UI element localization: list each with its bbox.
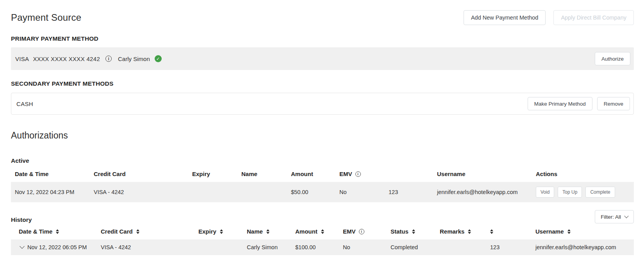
col-date-time: Date & Time (15, 171, 94, 177)
filter-dropdown[interactable]: Filter: All (595, 210, 634, 223)
authorizations-title: Authorizations (11, 130, 634, 141)
cell-username: jennifer.earls@hotelkeyapp.com (535, 244, 630, 250)
primary-payment-row: VISA XXXX XXXX XXXX 4242 i Carly Simon ✓… (11, 47, 634, 70)
col-remarks: Remarks (440, 228, 490, 235)
sort-icon[interactable] (56, 229, 59, 234)
col-expiry-label: Expiry (198, 228, 216, 235)
history-bar: History Filter: All (11, 210, 634, 223)
sort-icon[interactable] (567, 229, 571, 234)
col-username: Username (437, 171, 536, 177)
info-icon[interactable]: i (105, 56, 112, 62)
col-username: Username (535, 228, 630, 235)
cell-username: jennifer.earls@hotelkeyapp.com (437, 189, 536, 195)
active-authorization-row: Nov 12, 2022 04:23 PM VISA - 4242 $50.00… (11, 182, 634, 202)
col-name: Name (241, 171, 291, 177)
col-credit-card-label: Credit Card (101, 228, 133, 235)
col-name: Name (247, 228, 295, 235)
sort-icon[interactable] (136, 229, 139, 234)
sort-icon[interactable] (412, 229, 415, 234)
remove-button[interactable]: Remove (597, 97, 630, 110)
sort-icon[interactable] (468, 229, 471, 234)
apply-direct-bill-company-button: Apply Direct Bill Company (553, 10, 634, 25)
col-amount: Amount (295, 228, 343, 235)
make-primary-method-button[interactable]: Make Primary Method (528, 97, 592, 110)
active-label: Active (11, 157, 634, 164)
cell-credit-card: VISA - 4242 (94, 189, 192, 195)
cell-date-time: Nov 12, 2022 06:05 PM (19, 244, 101, 250)
card-holder-name: Carly Simon (118, 56, 150, 62)
sort-icon[interactable] (266, 229, 269, 234)
cell-emv: No (339, 189, 389, 195)
history-label: History (11, 216, 32, 223)
history-table-header: Date & Time Credit Card Expiry Name Amou… (11, 228, 634, 239)
void-button[interactable]: Void (536, 187, 554, 198)
cell-emv: No (343, 244, 391, 250)
card-brand: VISA (15, 56, 29, 62)
col-emv-label: EMV (343, 228, 356, 235)
col-status-label: Status (391, 228, 409, 235)
payment-source-page: Payment Source Add New Payment Method Ap… (0, 0, 644, 255)
col-amount-label: Amount (295, 228, 318, 235)
cell-status: Completed (391, 244, 440, 250)
sort-icon[interactable] (321, 229, 324, 234)
col-expiry: Expiry (198, 228, 247, 235)
add-new-payment-method-button[interactable]: Add New Payment Method (464, 10, 546, 25)
cell-actions: Void Top Up Complete (536, 187, 630, 198)
sort-icon[interactable] (220, 229, 223, 234)
col-code (490, 229, 535, 234)
complete-button[interactable]: Complete (585, 187, 615, 198)
chevron-down-icon (624, 214, 628, 218)
authorize-button[interactable]: Authorize (595, 52, 630, 65)
sort-icon[interactable] (490, 229, 493, 234)
emv-info-icon[interactable]: i (355, 171, 361, 177)
card-number: XXXX XXXX XXXX 4242 (33, 56, 100, 62)
payment-method-name: CASH (16, 101, 33, 107)
col-expiry: Expiry (192, 171, 241, 177)
col-credit-card: Credit Card (101, 228, 198, 235)
page-title: Payment Source (11, 12, 81, 23)
col-actions: Actions (536, 171, 630, 177)
expand-chevron-icon[interactable] (20, 244, 25, 249)
col-emv: EMV i (343, 228, 391, 235)
cell-date-time-value: Nov 12, 2022 06:05 PM (27, 244, 87, 250)
top-actions: Add New Payment Method Apply Direct Bill… (464, 10, 634, 25)
filter-label: Filter: All (601, 214, 621, 220)
col-remarks-label: Remarks (440, 228, 464, 235)
col-credit-card: Credit Card (94, 171, 192, 177)
primary-payment-method-label: PRIMARY PAYMENT METHOD (11, 35, 634, 42)
cell-amount: $50.00 (291, 189, 339, 195)
top-up-button[interactable]: Top Up (558, 187, 582, 198)
col-date-time-label: Date & Time (19, 228, 52, 235)
cell-code: 123 (490, 244, 535, 250)
secondary-payment-row: CASH Make Primary Method Remove (11, 93, 634, 115)
col-date-time: Date & Time (19, 228, 101, 235)
col-emv: EMV i (339, 171, 389, 177)
cell-name: Carly Simon (247, 244, 295, 250)
col-name-label: Name (247, 228, 263, 235)
secondary-actions: Make Primary Method Remove (528, 97, 630, 110)
top-bar: Payment Source Add New Payment Method Ap… (11, 10, 634, 25)
history-row[interactable]: Nov 12, 2022 06:05 PM VISA - 4242 Carly … (11, 239, 634, 255)
verified-check-icon: ✓ (155, 55, 162, 62)
active-table-header: Date & Time Credit Card Expiry Name Amou… (11, 171, 634, 182)
col-amount: Amount (291, 171, 339, 177)
secondary-payment-methods-label: SECONDARY PAYMENT METHODS (11, 80, 634, 87)
emv-info-icon[interactable]: i (359, 229, 364, 234)
cell-amount: $100.00 (295, 244, 343, 250)
cell-credit-card: VISA - 4242 (101, 244, 198, 250)
cell-date-time: Nov 12, 2022 04:23 PM (15, 189, 94, 195)
col-username-label: Username (535, 228, 564, 235)
row-action-buttons: Void Top Up Complete (536, 187, 615, 198)
col-emv-label: EMV (339, 171, 352, 177)
cell-code: 123 (389, 189, 437, 195)
col-status: Status (391, 228, 440, 235)
